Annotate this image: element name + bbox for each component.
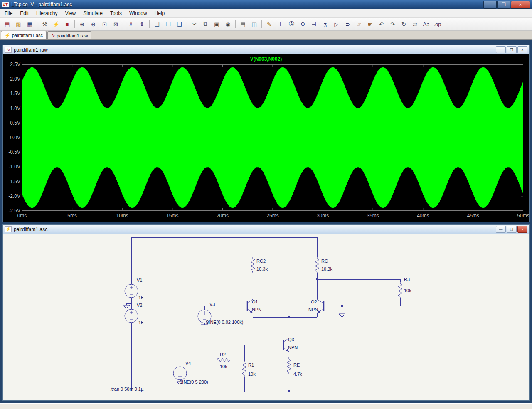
zoom-area-icon[interactable]: ⊡ <box>99 19 110 30</box>
app-title-bar[interactable]: LT LTspice IV - pairdiffam1.asc — ❐ × <box>0 0 532 9</box>
schematic-label[interactable]: V3 <box>209 302 215 307</box>
schematic-label[interactable]: 10k <box>404 288 411 293</box>
undo-icon[interactable]: ↶ <box>376 19 387 30</box>
inductor-icon[interactable]: ʒ <box>320 19 331 30</box>
redo-icon[interactable]: ↷ <box>387 19 398 30</box>
schematic-label[interactable]: V1 <box>137 278 142 283</box>
schematic-minimize-button[interactable]: — <box>496 226 506 233</box>
schematic-label[interactable]: Q3 <box>288 337 294 342</box>
schematic-label[interactable]: NPN <box>308 307 318 312</box>
zoom-full-extents-icon[interactable]: ⊠ <box>110 19 121 30</box>
mirror-icon[interactable]: ⇄ <box>409 19 421 30</box>
control-panel-icon[interactable]: ⚒ <box>39 19 50 30</box>
label-net-icon[interactable]: Ⓐ <box>286 19 297 30</box>
text-icon[interactable]: Aa <box>421 19 432 30</box>
ground-symbol[interactable] <box>123 305 130 308</box>
menu-help[interactable]: Help <box>151 10 169 17</box>
waveform-maximize-button[interactable]: ❐ <box>507 46 517 53</box>
move-icon[interactable]: ☞ <box>353 19 365 30</box>
diode-icon[interactable]: ▷ <box>331 19 342 30</box>
schematic-label[interactable]: 15 <box>138 320 143 325</box>
menu-file[interactable]: File <box>1 10 16 17</box>
junction-node <box>288 316 290 318</box>
schematic-label[interactable]: SINE(0 0.02 100k) <box>206 320 244 325</box>
schematic-label[interactable]: RC <box>321 259 328 264</box>
schematic-close-button[interactable]: × <box>517 226 527 233</box>
schematic-label[interactable]: 10.3k <box>256 266 268 271</box>
schematic-window-title-bar[interactable]: ⚡ pairdiffam1.asc — ❐ × <box>3 225 529 234</box>
schematic-label[interactable]: V2 <box>137 303 142 308</box>
waveform-content[interactable]: V(N003,N002) 2.5V2.0V1.5V1.0V0.5V0.0V-0.… <box>3 54 529 222</box>
resistor-symbol[interactable] <box>251 257 255 273</box>
tab-pairdiffam1.raw[interactable]: ∿pairdiffam1.raw <box>47 31 91 39</box>
print-icon[interactable]: ◫ <box>249 19 260 30</box>
menu-edit[interactable]: Edit <box>16 10 32 17</box>
schematic-label[interactable]: NPN <box>252 307 261 312</box>
schematic-label[interactable]: .tran 0 50m 0 1µ <box>110 387 144 392</box>
schematic-maximize-button[interactable]: ❐ <box>507 226 517 233</box>
schematic-label[interactable]: V4 <box>185 361 191 366</box>
resistor-symbol[interactable] <box>315 257 319 273</box>
resistor-symbol[interactable] <box>287 357 291 374</box>
new-schematic-icon[interactable]: ▤ <box>2 19 13 30</box>
waveform-plot[interactable] <box>22 64 523 211</box>
zoom-out-icon[interactable]: ⊖ <box>88 19 99 30</box>
ground-symbol[interactable] <box>201 325 208 328</box>
close-button[interactable]: × <box>511 1 530 9</box>
halt-icon[interactable]: ■ <box>62 19 73 30</box>
schematic-label[interactable]: R1 <box>248 362 254 367</box>
menu-view[interactable]: View <box>61 10 79 17</box>
schematic-label[interactable]: 4.7k <box>293 372 302 377</box>
save-icon[interactable]: ▦ <box>24 19 35 30</box>
schematic-label[interactable]: Q1 <box>252 299 258 304</box>
schematic-label[interactable]: RC2 <box>256 259 266 264</box>
run-icon[interactable]: ⚡ <box>50 19 62 30</box>
print-preview-icon[interactable]: ▤ <box>237 19 249 30</box>
waveform-window-title-bar[interactable]: ∿ pairdiffam1.raw — ❐ × <box>3 45 529 54</box>
tile-vertical-icon[interactable]: ❐ <box>163 19 174 30</box>
grid-icon[interactable]: # <box>125 19 136 30</box>
find-icon[interactable]: ◉ <box>222 19 234 30</box>
spice-directive-icon[interactable]: .op <box>432 19 443 30</box>
resistor-icon[interactable]: Ω <box>297 19 308 30</box>
schematic-label[interactable]: 10k <box>248 372 256 377</box>
cascade-windows-icon[interactable]: ❑ <box>174 19 185 30</box>
tab-pairdiffam1.asc[interactable]: ⚡pairdiffam1.asc <box>1 31 47 39</box>
drag-icon[interactable]: ☛ <box>365 19 376 30</box>
schematic-label[interactable]: NPN <box>288 345 298 350</box>
copy-icon[interactable]: ⧉ <box>200 19 211 30</box>
schematic-label[interactable]: 10.3k <box>321 266 332 271</box>
menu-window[interactable]: Window <box>126 10 151 17</box>
cut-icon[interactable]: ✂ <box>189 19 200 30</box>
draw-wire-icon[interactable]: ✎ <box>264 19 275 30</box>
schematic-label[interactable]: Q2 <box>311 299 317 304</box>
resistor-symbol[interactable] <box>242 360 246 377</box>
paste-icon[interactable]: ▣ <box>211 19 222 30</box>
schematic-label[interactable]: 10k <box>220 364 227 369</box>
schematic-label[interactable]: 15 <box>138 295 143 300</box>
schematic-canvas[interactable]: V115V215RC210.3kRC10.3kR310kQ1NPNQ2NPNV3… <box>3 234 529 400</box>
menu-tools[interactable]: Tools <box>106 10 126 17</box>
menu-hierarchy[interactable]: Hierarchy <box>32 10 61 17</box>
menu-simulate[interactable]: Simulate <box>79 10 106 17</box>
maximize-button[interactable]: ❐ <box>497 1 510 9</box>
waveform-minimize-button[interactable]: — <box>496 46 506 53</box>
open-icon[interactable]: ▧ <box>13 19 24 30</box>
ground-symbol[interactable] <box>339 314 345 317</box>
schematic-label[interactable]: R2 <box>220 352 226 357</box>
resistor-symbol[interactable] <box>215 358 232 362</box>
resistor-symbol[interactable] <box>398 282 402 298</box>
rotate-icon[interactable]: ↻ <box>398 19 409 30</box>
schematic-label[interactable]: SINE(0 5 200) <box>179 379 208 384</box>
schematic-label[interactable]: R3 <box>404 277 410 282</box>
schematic-label[interactable]: RE <box>293 362 300 367</box>
zoom-in-icon[interactable]: ⊕ <box>76 19 88 30</box>
tile-horizontal-icon[interactable]: ❏ <box>151 19 163 30</box>
capacitor-icon[interactable]: ⊣ <box>308 19 320 30</box>
minimize-button[interactable]: — <box>483 1 497 9</box>
component-icon[interactable]: ⊃ <box>342 19 353 30</box>
waveform-close-button[interactable]: × <box>517 46 527 53</box>
autorange-icon[interactable]: ⇕ <box>136 19 148 30</box>
ground-icon[interactable]: ⊥ <box>275 19 286 30</box>
schematic-drawing[interactable]: V115V215RC210.3kRC10.3kR310kQ1NPNQ2NPNV3… <box>3 234 529 400</box>
